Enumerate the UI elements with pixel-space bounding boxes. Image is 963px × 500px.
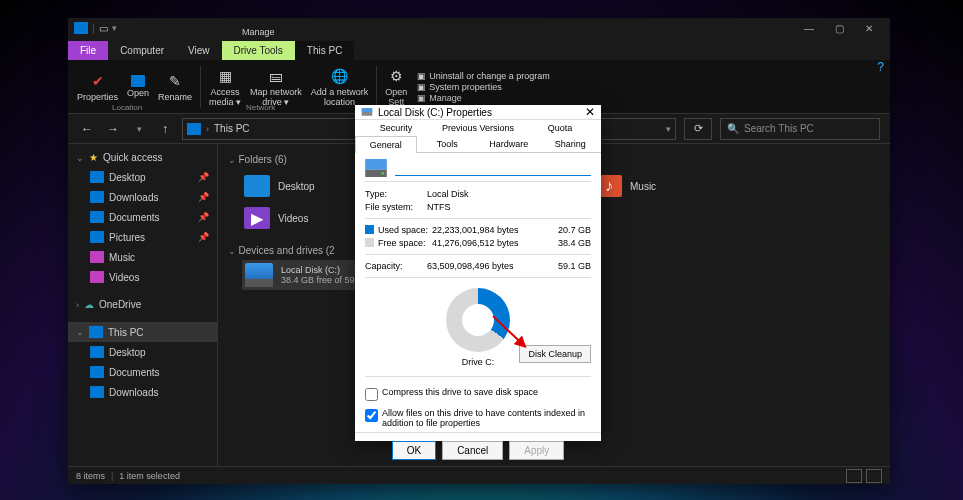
compress-checkbox-row[interactable]: Compress this drive to save disk space [365,387,591,401]
cancel-button[interactable]: Cancel [442,441,503,460]
folder-icon [90,211,104,223]
qat-dropdown-icon[interactable]: ▾ [112,23,117,33]
tab-general[interactable]: General [355,136,417,153]
tab-file[interactable]: File [68,41,108,60]
qat-new-folder-icon[interactable]: ▭ [99,23,108,34]
sidebar-this-pc[interactable]: ⌄This PC [68,322,217,342]
ribbon-open[interactable]: Open [124,73,152,100]
ribbon-tabs: File Computer View Drive Tools This PC [68,38,890,60]
nav-up[interactable]: ↑ [156,122,174,136]
tab-view[interactable]: View [176,41,222,60]
minimize-button[interactable]: — [794,23,824,34]
status-selected-count: 1 item selected [119,471,180,481]
tab-security[interactable]: Security [355,120,437,136]
folder-icon [90,231,104,243]
address-text: This PC [214,123,250,134]
drive-icon [361,106,373,118]
gear-icon: ⚙ [386,66,406,86]
manage-icon: ▣ [417,93,426,103]
free-color-swatch [365,238,374,247]
help-icon[interactable]: ? [877,60,884,74]
nav-forward[interactable]: → [104,122,122,136]
maximize-button[interactable]: ▢ [824,23,854,34]
dialog-titlebar: Local Disk (C:) Properties ✕ [355,105,601,120]
star-icon: ★ [89,152,98,163]
ribbon-system-properties[interactable]: ▣System properties [417,82,550,92]
pin-icon: 📌 [198,192,209,202]
sidebar-onedrive[interactable]: ›☁OneDrive [68,295,217,314]
view-icons-button[interactable] [866,469,882,483]
view-details-button[interactable] [846,469,862,483]
folder-icon [131,75,145,87]
tab-computer[interactable]: Computer [108,41,176,60]
nav-history-dropdown[interactable]: ▾ [130,124,148,134]
sidebar-pc-documents[interactable]: Documents [68,362,217,382]
ribbon-add-location[interactable]: 🌐Add a network location [308,64,372,109]
type-value: Local Disk [427,189,591,199]
free-gb: 38.4 GB [553,238,591,248]
ribbon-group-network: Network [246,103,275,112]
address-dropdown-icon[interactable]: ▾ [666,124,671,134]
refresh-button[interactable]: ⟳ [684,118,712,140]
status-bar: 8 items | 1 item selected [68,466,890,484]
free-bytes: 41,276,096,512 bytes [432,238,553,248]
ribbon-manage[interactable]: ▣Manage [417,93,550,103]
drive-name-input[interactable] [395,160,591,176]
tab-sharing[interactable]: Sharing [540,136,602,153]
dialog-title: Local Disk (C:) Properties [378,107,492,118]
sidebar-quick-access[interactable]: ⌄★Quick access [68,148,217,167]
qat-separator: | [92,23,95,34]
ribbon-rename[interactable]: ✎Rename [155,69,195,104]
tab-quota[interactable]: Quota [519,120,601,136]
filesystem-label: File system: [365,202,427,212]
app-icon [74,22,88,34]
sidebar-item-music[interactable]: Music [68,247,217,267]
capacity-gb: 59.1 GB [553,261,591,271]
drive-icon [245,263,273,287]
compress-checkbox[interactable] [365,388,378,401]
pc-icon [89,326,103,338]
index-checkbox-row[interactable]: Allow files on this drive to have conten… [365,408,591,428]
ribbon-open-settings[interactable]: ⚙Open Sett [382,64,410,109]
sidebar-item-desktop[interactable]: Desktop📌 [68,167,217,187]
chevron-right-icon: › [206,124,209,134]
svg-rect-4 [381,173,384,175]
sidebar-item-downloads[interactable]: Downloads📌 [68,187,217,207]
annotation-arrow [482,312,538,357]
tab-tools[interactable]: Tools [417,136,479,153]
sidebar-item-pictures[interactable]: Pictures📌 [68,227,217,247]
ribbon-properties[interactable]: ✔Properties [74,69,121,104]
music-icon [90,251,104,263]
index-checkbox[interactable] [365,409,378,422]
apply-button[interactable]: Apply [509,441,564,460]
dialog-close-button[interactable]: ✕ [585,105,595,119]
video-icon: ▶ [244,207,270,229]
close-button[interactable]: ✕ [854,23,884,34]
sidebar-pc-downloads[interactable]: Downloads [68,382,217,402]
status-item-count: 8 items [76,471,105,481]
drive-name: Local Disk (C:) [281,265,355,275]
ribbon-access-media[interactable]: ▦Access media ▾ [206,64,244,109]
search-box[interactable]: 🔍 Search This PC [720,118,880,140]
sidebar-pc-desktop[interactable]: Desktop [68,342,217,362]
search-icon: 🔍 [727,123,739,134]
system-icon: ▣ [417,82,426,92]
tab-previous-versions[interactable]: Previous Versions [437,120,519,136]
nav-back[interactable]: ← [78,122,96,136]
svg-rect-1 [362,108,373,112]
pin-icon: 📌 [198,232,209,242]
dialog-tabs-row1: Security Previous Versions Quota [355,120,601,136]
tab-drive-tools[interactable]: Drive Tools [222,41,295,60]
sidebar-item-videos[interactable]: Videos [68,267,217,287]
drive-large-icon [365,159,387,177]
tab-hardware[interactable]: Hardware [478,136,540,153]
folder-music[interactable]: ♪Music [594,173,744,199]
sidebar-item-documents[interactable]: Documents📌 [68,207,217,227]
ok-button[interactable]: OK [392,441,436,460]
search-placeholder: Search This PC [744,123,814,134]
uninstall-icon: ▣ [417,71,426,81]
sidebar: ⌄★Quick access Desktop📌 Downloads📌 Docum… [68,144,218,466]
folder-icon [90,366,104,378]
free-label: Free space: [378,238,432,248]
ribbon-uninstall[interactable]: ▣Uninstall or change a program [417,71,550,81]
